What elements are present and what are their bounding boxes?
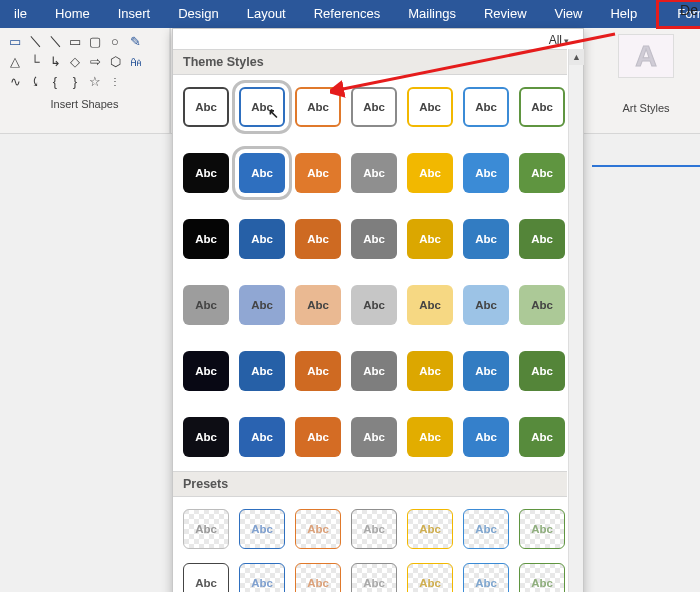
star-icon[interactable]: ☆ bbox=[86, 72, 104, 90]
style-solid-r2c4[interactable]: Abc bbox=[351, 153, 397, 193]
preset-r1c4[interactable]: Abc bbox=[351, 509, 397, 549]
diamond-icon[interactable]: ◇ bbox=[66, 52, 84, 70]
rect-icon[interactable]: ▭ bbox=[66, 32, 84, 50]
style-outline-4[interactable]: Abc bbox=[351, 87, 397, 127]
triangle-icon[interactable]: △ bbox=[6, 52, 24, 70]
tab-references[interactable]: References bbox=[300, 0, 394, 28]
style-light-r4c2[interactable]: Abc bbox=[239, 285, 285, 325]
style-light-r4c4[interactable]: Abc bbox=[351, 285, 397, 325]
elbow-icon[interactable]: └ bbox=[26, 52, 44, 70]
preset-r1c7[interactable]: Abc bbox=[519, 509, 565, 549]
lbrace-icon[interactable]: { bbox=[46, 72, 64, 90]
style-light-r4c5[interactable]: Abc bbox=[407, 285, 453, 325]
line2-icon[interactable]: ＼ bbox=[46, 32, 64, 50]
style-light-r4c3[interactable]: Abc bbox=[295, 285, 341, 325]
style-solid-r5c4[interactable]: Abc bbox=[351, 351, 397, 391]
style-solid-r6c6[interactable]: Abc bbox=[463, 417, 509, 457]
style-solid-r5c6[interactable]: Abc bbox=[463, 351, 509, 391]
theme-styles-header: Theme Styles bbox=[173, 49, 567, 75]
theme-row-6: Abc Abc Abc Abc Abc Abc Abc bbox=[173, 405, 567, 471]
textbox-icon[interactable]: ▭ bbox=[6, 32, 24, 50]
style-solid-r5c7[interactable]: Abc bbox=[519, 351, 565, 391]
style-outline-2[interactable]: Abc↖ bbox=[239, 87, 285, 127]
theme-row-3: Abc Abc Abc Abc Abc Abc Abc bbox=[173, 207, 567, 273]
style-outline-6[interactable]: Abc bbox=[463, 87, 509, 127]
preset-r2c6[interactable]: Abc bbox=[463, 563, 509, 592]
tab-review[interactable]: Review bbox=[470, 0, 541, 28]
tab-help[interactable]: Help bbox=[596, 0, 651, 28]
style-solid-r3c4[interactable]: Abc bbox=[351, 219, 397, 259]
document-edge bbox=[592, 165, 700, 167]
style-solid-r2c7[interactable]: Abc bbox=[519, 153, 565, 193]
style-solid-r3c7[interactable]: Abc bbox=[519, 219, 565, 259]
tab-view[interactable]: View bbox=[541, 0, 597, 28]
tab-file[interactable]: ile bbox=[0, 0, 41, 28]
preset-r1c2[interactable]: Abc bbox=[239, 509, 285, 549]
style-outline-1[interactable]: Abc bbox=[183, 87, 229, 127]
style-solid-r5c3[interactable]: Abc bbox=[295, 351, 341, 391]
wordart-sample[interactable]: A bbox=[618, 34, 674, 78]
style-solid-r2c2[interactable]: Abc bbox=[239, 153, 285, 193]
style-solid-r5c1[interactable]: Abc bbox=[183, 351, 229, 391]
gallery-filter-all[interactable]: All▾ bbox=[173, 29, 583, 49]
elbow-arrow-icon[interactable]: ↳ bbox=[46, 52, 64, 70]
preset-r2c4[interactable]: Abc bbox=[351, 563, 397, 592]
line-icon[interactable]: ＼ bbox=[26, 32, 44, 50]
preset-r2c7[interactable]: Abc bbox=[519, 563, 565, 592]
arrow-icon[interactable]: ⇨ bbox=[86, 52, 104, 70]
preset-r1c6[interactable]: Abc bbox=[463, 509, 509, 549]
style-solid-r6c7[interactable]: Abc bbox=[519, 417, 565, 457]
curve-icon[interactable]: ∿ bbox=[6, 72, 24, 90]
style-solid-r3c3[interactable]: Abc bbox=[295, 219, 341, 259]
scroll-up-icon[interactable]: ▲ bbox=[569, 49, 584, 65]
rbrace-icon[interactable]: } bbox=[66, 72, 84, 90]
presets-header: Presets bbox=[173, 471, 567, 497]
style-solid-r2c6[interactable]: Abc bbox=[463, 153, 509, 193]
style-solid-r2c5[interactable]: Abc bbox=[407, 153, 453, 193]
style-solid-r6c3[interactable]: Abc bbox=[295, 417, 341, 457]
style-solid-r2c3[interactable]: Abc bbox=[295, 153, 341, 193]
preset-r1c5[interactable]: Abc bbox=[407, 509, 453, 549]
style-solid-r6c4[interactable]: Abc bbox=[351, 417, 397, 457]
style-solid-r5c2[interactable]: Abc bbox=[239, 351, 285, 391]
style-solid-r5c5[interactable]: Abc bbox=[407, 351, 453, 391]
style-solid-r3c6[interactable]: Abc bbox=[463, 219, 509, 259]
style-light-r4c1[interactable]: Abc bbox=[183, 285, 229, 325]
preset-r2c3[interactable]: Abc bbox=[295, 563, 341, 592]
textbox2-icon[interactable]: 🗛 bbox=[126, 52, 144, 70]
style-solid-r2c1[interactable]: Abc bbox=[183, 153, 229, 193]
gallery-scrollbar[interactable]: ▲ ▼ bbox=[568, 49, 583, 592]
shapes-gallery[interactable]: ▭ ＼ ＼ ▭ ▢ ○ ✎ △ └ ↳ ◇ ⇨ ⬡ 🗛 ∿ ⤹ { } ☆ ⋮ bbox=[6, 32, 163, 90]
tab-mailings[interactable]: Mailings bbox=[394, 0, 470, 28]
style-solid-r3c5[interactable]: Abc bbox=[407, 219, 453, 259]
preset-r1c1[interactable]: Abc bbox=[183, 509, 229, 549]
style-outline-5[interactable]: Abc bbox=[407, 87, 453, 127]
theme-row-2: Abc Abc Abc Abc Abc Abc Abc bbox=[173, 141, 567, 207]
more-shapes-icon[interactable]: ⋮ bbox=[106, 72, 124, 90]
style-solid-r6c5[interactable]: Abc bbox=[407, 417, 453, 457]
style-solid-r6c1[interactable]: Abc bbox=[183, 417, 229, 457]
style-light-r4c7[interactable]: Abc bbox=[519, 285, 565, 325]
hexagon-icon[interactable]: ⬡ bbox=[106, 52, 124, 70]
preset-r1c3[interactable]: Abc bbox=[295, 509, 341, 549]
preset-r2c5[interactable]: Abc bbox=[407, 563, 453, 592]
style-outline-7[interactable]: Abc bbox=[519, 87, 565, 127]
tab-home[interactable]: Home bbox=[41, 0, 104, 28]
edit-shape-icon[interactable]: ✎ bbox=[126, 32, 144, 50]
oval-icon[interactable]: ○ bbox=[106, 32, 124, 50]
style-solid-r3c2[interactable]: Abc bbox=[239, 219, 285, 259]
style-outline-3[interactable]: Abc bbox=[295, 87, 341, 127]
preset-r2c1[interactable]: Abc bbox=[183, 563, 229, 592]
tab-layout[interactable]: Layout bbox=[233, 0, 300, 28]
connector-icon[interactable]: ⤹ bbox=[26, 72, 44, 90]
roundrect-icon[interactable]: ▢ bbox=[86, 32, 104, 50]
shape-styles-gallery: All▾ Theme Styles Abc Abc↖ Abc Abc Abc A… bbox=[172, 28, 584, 592]
style-solid-r3c1[interactable]: Abc bbox=[183, 219, 229, 259]
tab-insert[interactable]: Insert bbox=[104, 0, 165, 28]
preset-r2c2[interactable]: Abc bbox=[239, 563, 285, 592]
insert-shapes-label: Insert Shapes bbox=[6, 98, 163, 110]
style-light-r4c6[interactable]: Abc bbox=[463, 285, 509, 325]
tab-design[interactable]: Design bbox=[164, 0, 232, 28]
style-solid-r6c2[interactable]: Abc bbox=[239, 417, 285, 457]
ribbon-tabs: ile Home Insert Design Layout References… bbox=[0, 0, 700, 28]
